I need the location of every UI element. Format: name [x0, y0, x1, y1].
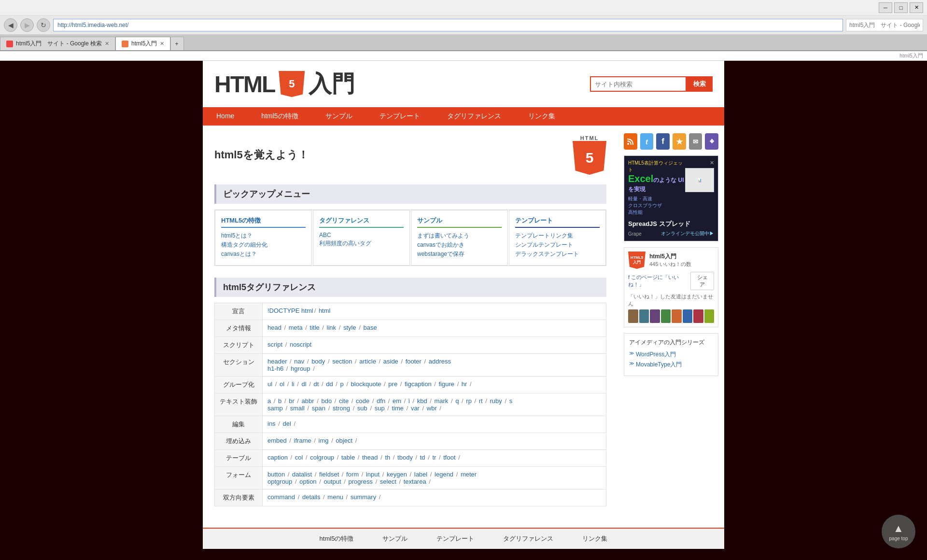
link-abbr[interactable]: abbr — [302, 397, 314, 405]
link-th[interactable]: th — [385, 454, 390, 461]
twitter-icon[interactable]: t — [640, 133, 654, 150]
footer-nav-tagref[interactable]: タグリファレンス — [503, 534, 553, 543]
link-span[interactable]: span — [312, 405, 325, 412]
nav-home[interactable]: Home — [203, 107, 248, 126]
pickup-card-title-html5features[interactable]: HTML5の特徴 — [221, 216, 306, 228]
link-mark[interactable]: mark — [434, 397, 448, 405]
forward-button[interactable]: ▶ — [20, 18, 34, 32]
link-thead[interactable]: thead — [362, 454, 378, 461]
link-fieldset[interactable]: fieldset — [319, 471, 339, 478]
tab-close-html5[interactable]: ✕ — [160, 41, 164, 47]
link-input[interactable]: input — [366, 471, 379, 478]
link-col[interactable]: col — [295, 454, 303, 461]
link-datalist[interactable]: datalist — [292, 471, 312, 478]
link-details[interactable]: details — [302, 493, 321, 501]
pickup-link-canvas[interactable]: canvasとは？ — [221, 250, 306, 258]
facebook-icon[interactable]: f — [656, 133, 670, 150]
link-ul[interactable]: ul — [267, 380, 272, 388]
link-figure[interactable]: figure — [438, 380, 454, 388]
link-dl[interactable]: dl — [302, 380, 307, 388]
link-html[interactable]: html — [319, 307, 331, 314]
link-bdo[interactable]: bdo — [321, 397, 332, 405]
link-caption[interactable]: caption — [267, 454, 288, 461]
link-figcaption[interactable]: figcaption — [405, 380, 432, 388]
link-dfn[interactable]: dfn — [377, 397, 385, 405]
link-tfoot[interactable]: tfoot — [443, 454, 455, 461]
link-samp[interactable]: samp — [267, 405, 283, 412]
link-hgroup[interactable]: hgroup — [291, 365, 310, 372]
link-dt[interactable]: dt — [314, 380, 319, 388]
link-ins[interactable]: ins — [267, 420, 276, 427]
link-td[interactable]: td — [420, 454, 425, 461]
link-doctype[interactable]: !DOCTYPE html — [267, 307, 313, 314]
link-article[interactable]: article — [359, 358, 376, 365]
link-ruby[interactable]: ruby — [490, 397, 502, 405]
pickup-link-high-freq[interactable]: 利用頻度の高いタグ — [319, 239, 404, 248]
link-li[interactable]: li — [292, 380, 295, 388]
link-section[interactable]: section — [332, 358, 352, 365]
link-button[interactable]: button — [267, 471, 285, 478]
rss-icon[interactable] — [624, 133, 637, 150]
link-footer[interactable]: footer — [406, 358, 421, 365]
link-aside[interactable]: aside — [383, 358, 398, 365]
link-img[interactable]: img — [319, 437, 329, 444]
link-s[interactable]: s — [509, 397, 513, 405]
link-time[interactable]: time — [392, 405, 404, 412]
link-noscript[interactable]: noscript — [290, 341, 312, 348]
link-menu[interactable]: menu — [327, 493, 343, 501]
intro-link-wordpress[interactable]: WordPress入門 — [629, 350, 713, 359]
pickup-card-title-templates[interactable]: テンプレート — [515, 216, 600, 228]
pickup-card-title-tagref[interactable]: タグリファレンス — [319, 216, 404, 228]
link-meter[interactable]: meter — [461, 471, 477, 478]
pickup-link-template-links[interactable]: テンプレートリンク集 — [515, 232, 600, 240]
other-social-icon[interactable]: ❖ — [705, 133, 718, 150]
link-code[interactable]: code — [356, 397, 369, 405]
link-address[interactable]: address — [429, 358, 451, 365]
link-nav[interactable]: nav — [294, 358, 304, 365]
intro-link-movabletype[interactable]: MovableType入門 — [629, 361, 713, 369]
pickup-link-webstorage[interactable]: webstarageで保存 — [417, 250, 502, 258]
tab-google-search[interactable]: html5入門 サイト - Google 検索 ✕ — [0, 37, 115, 50]
link-table[interactable]: table — [341, 454, 355, 461]
link-iframe[interactable]: iframe — [294, 437, 311, 444]
link-option[interactable]: option — [299, 478, 316, 485]
close-button[interactable]: ✕ — [910, 2, 923, 13]
link-body[interactable]: body — [311, 358, 325, 365]
maximize-button[interactable]: □ — [894, 2, 908, 13]
link-em[interactable]: em — [393, 397, 401, 405]
link-i[interactable]: i — [408, 397, 410, 405]
pickup-link-deluxe-template[interactable]: デラックステンプレート — [515, 250, 600, 258]
fb-share-button[interactable]: シェア — [690, 272, 714, 290]
pickup-link-write[interactable]: まずは書いてみよう — [417, 232, 502, 240]
link-wbr[interactable]: wbr — [427, 405, 437, 412]
link-embed[interactable]: embed — [267, 437, 287, 444]
link-sup[interactable]: sup — [375, 405, 385, 412]
browser-search-input[interactable] — [846, 19, 923, 31]
link-strong[interactable]: strong — [333, 405, 350, 412]
link-head[interactable]: head — [267, 324, 281, 331]
ad-demo-link[interactable]: オンラインデモ公開中▶ — [661, 230, 714, 237]
link-del[interactable]: del — [282, 420, 291, 427]
minimize-button[interactable]: ─ — [879, 2, 892, 13]
pickup-card-title-samples[interactable]: サンプル — [417, 216, 502, 228]
tab-html5-nyumon[interactable]: html5入門 ✕ — [115, 37, 170, 50]
link-hr[interactable]: hr — [462, 380, 467, 388]
link-keygen[interactable]: keygen — [387, 471, 407, 478]
footer-nav-html5features[interactable]: html5の特徴 — [320, 534, 354, 543]
link-link[interactable]: link — [327, 324, 337, 331]
link-rt[interactable]: rt — [479, 397, 483, 405]
link-q[interactable]: q — [455, 397, 459, 405]
address-bar[interactable] — [53, 19, 843, 31]
link-tbody[interactable]: tbody — [397, 454, 413, 461]
back-button[interactable]: ◀ — [4, 18, 17, 32]
link-legend[interactable]: legend — [435, 471, 453, 478]
tab-close-google[interactable]: ✕ — [105, 41, 109, 47]
link-meta[interactable]: meta — [289, 324, 303, 331]
page-top-button[interactable]: ▲ page top — [882, 515, 915, 548]
link-sub[interactable]: sub — [357, 405, 367, 412]
link-small[interactable]: small — [290, 405, 305, 412]
link-h1h6[interactable]: h1-h6 — [267, 365, 283, 372]
link-output[interactable]: output — [323, 478, 341, 485]
footer-nav-templates[interactable]: テンプレート — [436, 534, 474, 543]
ad-close-btn[interactable]: ✕ — [710, 160, 714, 166]
